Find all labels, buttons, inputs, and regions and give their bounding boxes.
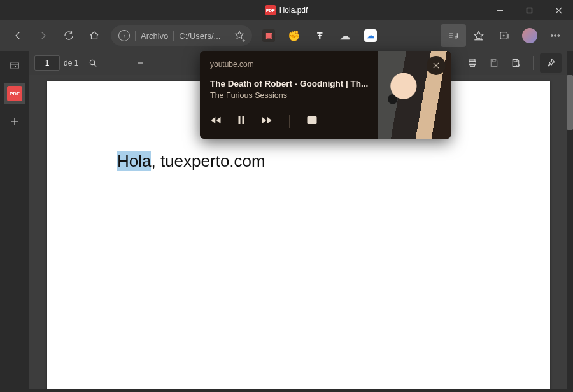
pin-toolbar-button[interactable] bbox=[540, 53, 562, 73]
save-button[interactable] bbox=[483, 53, 505, 73]
svg-rect-26 bbox=[514, 60, 517, 62]
media-control-flyout: youtube.com The Death of Robert - Goodni… bbox=[200, 51, 451, 139]
svg-point-14 bbox=[558, 35, 559, 36]
extension-1[interactable]: ▣ bbox=[256, 24, 281, 47]
home-button[interactable] bbox=[81, 24, 107, 47]
add-favorite-icon[interactable]: + bbox=[234, 30, 244, 42]
media-control-button[interactable] bbox=[441, 24, 466, 47]
back-button[interactable] bbox=[5, 24, 31, 47]
title-bar: PDF Hola.pdf bbox=[0, 0, 573, 20]
pdf-icon: PDF bbox=[265, 5, 276, 15]
more-button[interactable] bbox=[542, 24, 568, 47]
tab-actions-button[interactable] bbox=[4, 55, 25, 76]
profile-button[interactable] bbox=[517, 24, 542, 47]
media-source: youtube.com bbox=[210, 60, 368, 69]
svg-point-19 bbox=[90, 60, 95, 64]
extension-3[interactable]: Ŧ bbox=[307, 24, 332, 47]
zoom-out-button[interactable] bbox=[129, 53, 151, 73]
svg-rect-25 bbox=[492, 60, 495, 62]
svg-point-13 bbox=[555, 35, 556, 36]
browser-toolbar: i Archivo C:/Users/... + ▣ ✊ Ŧ ☁ ☁ bbox=[0, 20, 573, 51]
scrollbar-thumb[interactable] bbox=[567, 75, 573, 130]
page-count-label: de 1 bbox=[64, 59, 78, 67]
svg-rect-28 bbox=[243, 116, 244, 124]
svg-marker-6 bbox=[474, 31, 483, 39]
page-number-input[interactable] bbox=[34, 55, 60, 71]
favorites-button[interactable] bbox=[466, 24, 492, 47]
current-tab[interactable]: PDF bbox=[4, 83, 25, 104]
search-pdf-button[interactable] bbox=[82, 53, 104, 73]
svg-point-12 bbox=[551, 35, 553, 36]
site-info-icon[interactable]: i bbox=[118, 30, 130, 41]
address-path: C:/Users/... bbox=[179, 31, 220, 41]
media-close-button[interactable] bbox=[427, 56, 446, 75]
pdf-text-line[interactable]: Hola, tuexperto.com bbox=[117, 151, 265, 171]
window-title-text: Hola.pdf bbox=[279, 6, 308, 15]
forward-button[interactable] bbox=[31, 24, 56, 47]
extension-5[interactable]: ☁ bbox=[358, 24, 383, 47]
vertical-scrollbar[interactable] bbox=[567, 51, 573, 389]
collections-button[interactable] bbox=[492, 24, 517, 47]
svg-rect-30 bbox=[312, 120, 315, 123]
media-artist: The Furious Sessions bbox=[210, 91, 368, 100]
extension-2[interactable]: ✊ bbox=[281, 24, 307, 47]
minimize-button[interactable] bbox=[485, 0, 514, 20]
media-pause-button[interactable] bbox=[236, 115, 247, 129]
maximize-button[interactable] bbox=[514, 0, 544, 20]
svg-rect-27 bbox=[239, 116, 241, 124]
svg-line-20 bbox=[94, 64, 96, 66]
svg-rect-1 bbox=[527, 8, 532, 13]
address-label: Archivo bbox=[141, 31, 168, 41]
save-as-button[interactable] bbox=[505, 53, 527, 73]
picture-in-picture-button[interactable] bbox=[306, 115, 318, 129]
window-title: PDF Hola.pdf bbox=[265, 5, 308, 15]
media-previous-button[interactable] bbox=[210, 115, 222, 129]
close-window-button[interactable] bbox=[544, 0, 573, 20]
media-track-title: The Death of Robert - Goodnight | Th... bbox=[210, 79, 368, 88]
address-bar[interactable]: i Archivo C:/Users/... + bbox=[111, 25, 252, 46]
svg-rect-24 bbox=[470, 64, 475, 66]
avatar bbox=[522, 28, 537, 43]
extension-4[interactable]: ☁ bbox=[332, 24, 358, 47]
vertical-tab-sidebar: PDF bbox=[0, 51, 29, 389]
selected-text: Hola bbox=[117, 151, 151, 171]
pdf-tab-icon: PDF bbox=[7, 86, 22, 101]
pdf-text-rest: , tuexperto.com bbox=[151, 151, 265, 171]
refresh-button[interactable] bbox=[56, 24, 81, 47]
media-next-button[interactable] bbox=[261, 115, 272, 129]
print-button[interactable] bbox=[462, 53, 483, 73]
new-tab-button[interactable] bbox=[4, 111, 25, 132]
